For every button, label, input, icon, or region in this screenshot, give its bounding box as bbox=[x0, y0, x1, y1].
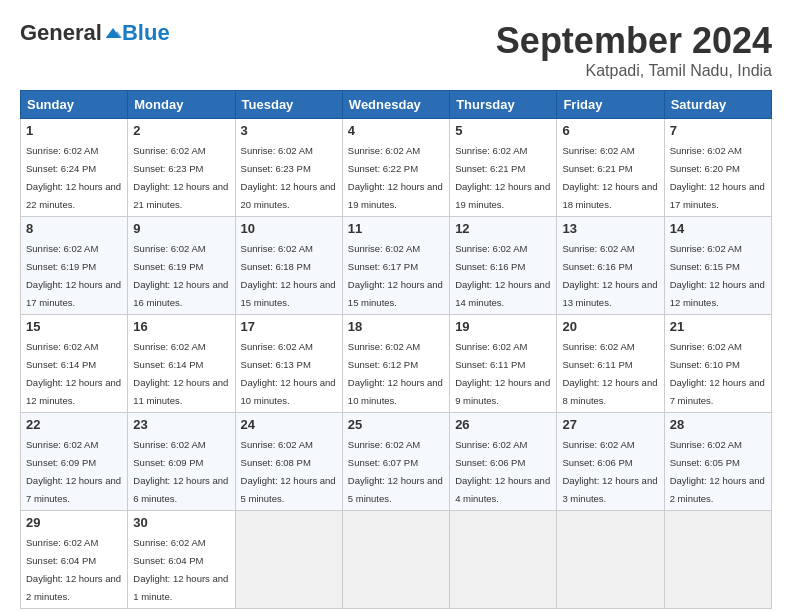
calendar-cell-w3-d4: 19 Sunrise: 6:02 AMSunset: 6:11 PMDaylig… bbox=[450, 315, 557, 413]
calendar-cell-w2-d6: 14 Sunrise: 6:02 AMSunset: 6:15 PMDaylig… bbox=[664, 217, 771, 315]
calendar-cell-w2-d4: 12 Sunrise: 6:02 AMSunset: 6:16 PMDaylig… bbox=[450, 217, 557, 315]
calendar-cell-w5-d4 bbox=[450, 511, 557, 609]
day-info: Sunrise: 6:02 AMSunset: 6:23 PMDaylight:… bbox=[241, 145, 336, 210]
day-number: 8 bbox=[26, 221, 122, 236]
day-number: 24 bbox=[241, 417, 337, 432]
calendar-cell-w3-d2: 17 Sunrise: 6:02 AMSunset: 6:13 PMDaylig… bbox=[235, 315, 342, 413]
day-number: 16 bbox=[133, 319, 229, 334]
calendar-cell-w5-d1: 30 Sunrise: 6:02 AMSunset: 6:04 PMDaylig… bbox=[128, 511, 235, 609]
calendar-cell-w5-d6 bbox=[664, 511, 771, 609]
calendar-cell-w5-d0: 29 Sunrise: 6:02 AMSunset: 6:04 PMDaylig… bbox=[21, 511, 128, 609]
col-saturday: Saturday bbox=[664, 91, 771, 119]
calendar-cell-w2-d3: 11 Sunrise: 6:02 AMSunset: 6:17 PMDaylig… bbox=[342, 217, 449, 315]
calendar-cell-w5-d5 bbox=[557, 511, 664, 609]
day-info: Sunrise: 6:02 AMSunset: 6:09 PMDaylight:… bbox=[26, 439, 121, 504]
day-info: Sunrise: 6:02 AMSunset: 6:21 PMDaylight:… bbox=[455, 145, 550, 210]
day-number: 21 bbox=[670, 319, 766, 334]
calendar-cell-w1-d1: 2 Sunrise: 6:02 AMSunset: 6:23 PMDayligh… bbox=[128, 119, 235, 217]
day-number: 9 bbox=[133, 221, 229, 236]
calendar-header-row: Sunday Monday Tuesday Wednesday Thursday… bbox=[21, 91, 772, 119]
day-info: Sunrise: 6:02 AMSunset: 6:08 PMDaylight:… bbox=[241, 439, 336, 504]
calendar-cell-w4-d1: 23 Sunrise: 6:02 AMSunset: 6:09 PMDaylig… bbox=[128, 413, 235, 511]
day-info: Sunrise: 6:02 AMSunset: 6:21 PMDaylight:… bbox=[562, 145, 657, 210]
day-number: 10 bbox=[241, 221, 337, 236]
day-info: Sunrise: 6:02 AMSunset: 6:14 PMDaylight:… bbox=[26, 341, 121, 406]
calendar-cell-w2-d5: 13 Sunrise: 6:02 AMSunset: 6:16 PMDaylig… bbox=[557, 217, 664, 315]
day-number: 17 bbox=[241, 319, 337, 334]
day-number: 19 bbox=[455, 319, 551, 334]
calendar-cell-w1-d5: 6 Sunrise: 6:02 AMSunset: 6:21 PMDayligh… bbox=[557, 119, 664, 217]
day-number: 26 bbox=[455, 417, 551, 432]
day-number: 18 bbox=[348, 319, 444, 334]
day-number: 7 bbox=[670, 123, 766, 138]
day-info: Sunrise: 6:02 AMSunset: 6:09 PMDaylight:… bbox=[133, 439, 228, 504]
day-info: Sunrise: 6:02 AMSunset: 6:11 PMDaylight:… bbox=[562, 341, 657, 406]
week-row-1: 1 Sunrise: 6:02 AMSunset: 6:24 PMDayligh… bbox=[21, 119, 772, 217]
day-number: 1 bbox=[26, 123, 122, 138]
logo-general-text: General bbox=[20, 20, 102, 46]
calendar-cell-w3-d0: 15 Sunrise: 6:02 AMSunset: 6:14 PMDaylig… bbox=[21, 315, 128, 413]
day-info: Sunrise: 6:02 AMSunset: 6:20 PMDaylight:… bbox=[670, 145, 765, 210]
day-info: Sunrise: 6:02 AMSunset: 6:19 PMDaylight:… bbox=[133, 243, 228, 308]
week-row-3: 15 Sunrise: 6:02 AMSunset: 6:14 PMDaylig… bbox=[21, 315, 772, 413]
day-info: Sunrise: 6:02 AMSunset: 6:10 PMDaylight:… bbox=[670, 341, 765, 406]
calendar-cell-w5-d3 bbox=[342, 511, 449, 609]
day-number: 29 bbox=[26, 515, 122, 530]
calendar-cell-w3-d1: 16 Sunrise: 6:02 AMSunset: 6:14 PMDaylig… bbox=[128, 315, 235, 413]
day-number: 14 bbox=[670, 221, 766, 236]
day-info: Sunrise: 6:02 AMSunset: 6:17 PMDaylight:… bbox=[348, 243, 443, 308]
day-number: 11 bbox=[348, 221, 444, 236]
page-header: General Blue September 2024 Katpadi, Tam… bbox=[20, 20, 772, 80]
calendar-cell-w4-d4: 26 Sunrise: 6:02 AMSunset: 6:06 PMDaylig… bbox=[450, 413, 557, 511]
calendar-table: Sunday Monday Tuesday Wednesday Thursday… bbox=[20, 90, 772, 609]
calendar-cell-w3-d6: 21 Sunrise: 6:02 AMSunset: 6:10 PMDaylig… bbox=[664, 315, 771, 413]
day-number: 22 bbox=[26, 417, 122, 432]
day-info: Sunrise: 6:02 AMSunset: 6:22 PMDaylight:… bbox=[348, 145, 443, 210]
day-info: Sunrise: 6:02 AMSunset: 6:12 PMDaylight:… bbox=[348, 341, 443, 406]
calendar-cell-w3-d3: 18 Sunrise: 6:02 AMSunset: 6:12 PMDaylig… bbox=[342, 315, 449, 413]
calendar-cell-w2-d1: 9 Sunrise: 6:02 AMSunset: 6:19 PMDayligh… bbox=[128, 217, 235, 315]
day-info: Sunrise: 6:02 AMSunset: 6:19 PMDaylight:… bbox=[26, 243, 121, 308]
calendar-cell-w1-d2: 3 Sunrise: 6:02 AMSunset: 6:23 PMDayligh… bbox=[235, 119, 342, 217]
week-row-2: 8 Sunrise: 6:02 AMSunset: 6:19 PMDayligh… bbox=[21, 217, 772, 315]
day-number: 20 bbox=[562, 319, 658, 334]
day-number: 28 bbox=[670, 417, 766, 432]
day-info: Sunrise: 6:02 AMSunset: 6:16 PMDaylight:… bbox=[455, 243, 550, 308]
day-number: 25 bbox=[348, 417, 444, 432]
day-number: 27 bbox=[562, 417, 658, 432]
month-title: September 2024 bbox=[496, 20, 772, 62]
calendar-cell-w4-d6: 28 Sunrise: 6:02 AMSunset: 6:05 PMDaylig… bbox=[664, 413, 771, 511]
day-number: 5 bbox=[455, 123, 551, 138]
calendar-cell-w1-d0: 1 Sunrise: 6:02 AMSunset: 6:24 PMDayligh… bbox=[21, 119, 128, 217]
calendar-cell-w2-d0: 8 Sunrise: 6:02 AMSunset: 6:19 PMDayligh… bbox=[21, 217, 128, 315]
day-info: Sunrise: 6:02 AMSunset: 6:04 PMDaylight:… bbox=[133, 537, 228, 602]
day-number: 12 bbox=[455, 221, 551, 236]
day-info: Sunrise: 6:02 AMSunset: 6:11 PMDaylight:… bbox=[455, 341, 550, 406]
day-info: Sunrise: 6:02 AMSunset: 6:24 PMDaylight:… bbox=[26, 145, 121, 210]
calendar-cell-w1-d3: 4 Sunrise: 6:02 AMSunset: 6:22 PMDayligh… bbox=[342, 119, 449, 217]
day-info: Sunrise: 6:02 AMSunset: 6:05 PMDaylight:… bbox=[670, 439, 765, 504]
col-thursday: Thursday bbox=[450, 91, 557, 119]
day-number: 30 bbox=[133, 515, 229, 530]
day-info: Sunrise: 6:02 AMSunset: 6:06 PMDaylight:… bbox=[455, 439, 550, 504]
col-monday: Monday bbox=[128, 91, 235, 119]
day-number: 4 bbox=[348, 123, 444, 138]
calendar-cell-w3-d5: 20 Sunrise: 6:02 AMSunset: 6:11 PMDaylig… bbox=[557, 315, 664, 413]
week-row-5: 29 Sunrise: 6:02 AMSunset: 6:04 PMDaylig… bbox=[21, 511, 772, 609]
day-info: Sunrise: 6:02 AMSunset: 6:07 PMDaylight:… bbox=[348, 439, 443, 504]
day-info: Sunrise: 6:02 AMSunset: 6:18 PMDaylight:… bbox=[241, 243, 336, 308]
location-text: Katpadi, Tamil Nadu, India bbox=[496, 62, 772, 80]
calendar-cell-w4-d3: 25 Sunrise: 6:02 AMSunset: 6:07 PMDaylig… bbox=[342, 413, 449, 511]
calendar-cell-w1-d6: 7 Sunrise: 6:02 AMSunset: 6:20 PMDayligh… bbox=[664, 119, 771, 217]
day-number: 13 bbox=[562, 221, 658, 236]
logo-blue-text: Blue bbox=[122, 20, 170, 46]
week-row-4: 22 Sunrise: 6:02 AMSunset: 6:09 PMDaylig… bbox=[21, 413, 772, 511]
calendar-cell-w4-d2: 24 Sunrise: 6:02 AMSunset: 6:08 PMDaylig… bbox=[235, 413, 342, 511]
calendar-cell-w1-d4: 5 Sunrise: 6:02 AMSunset: 6:21 PMDayligh… bbox=[450, 119, 557, 217]
day-info: Sunrise: 6:02 AMSunset: 6:15 PMDaylight:… bbox=[670, 243, 765, 308]
calendar-cell-w4-d0: 22 Sunrise: 6:02 AMSunset: 6:09 PMDaylig… bbox=[21, 413, 128, 511]
day-info: Sunrise: 6:02 AMSunset: 6:14 PMDaylight:… bbox=[133, 341, 228, 406]
col-sunday: Sunday bbox=[21, 91, 128, 119]
logo-icon bbox=[104, 26, 122, 40]
day-info: Sunrise: 6:02 AMSunset: 6:23 PMDaylight:… bbox=[133, 145, 228, 210]
